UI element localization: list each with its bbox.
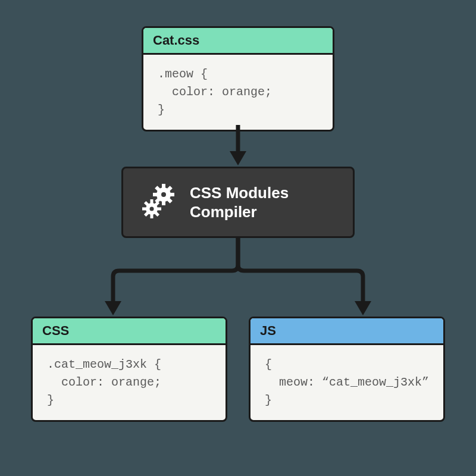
compiler-label: CSS Modules Compiler [190,183,289,222]
arrow-down-icon [226,125,250,167]
output-js-code: { meow: “cat_meow_j3xk” } [250,345,443,420]
output-css-box: CSS .cat_meow_j3xk { color: orange; } [31,317,227,422]
svg-point-21 [150,207,154,211]
svg-rect-15 [142,208,146,211]
svg-rect-6 [170,193,174,196]
source-file-box: Cat.css .meow { color: orange; } [142,26,334,131]
svg-marker-23 [355,301,371,315]
output-css-title: CSS [33,318,226,345]
source-file-code: .meow { color: orange; } [143,55,333,130]
output-css-code: .cat_meow_j3xk { color: orange; } [33,345,226,420]
svg-rect-4 [162,201,165,205]
svg-rect-13 [151,199,154,203]
svg-marker-22 [105,301,121,315]
source-file-title: Cat.css [143,28,333,55]
svg-rect-16 [157,208,161,211]
gears-icon [141,184,178,221]
branch-arrows-icon [77,238,399,321]
svg-rect-5 [153,193,158,196]
svg-rect-14 [151,214,154,218]
svg-marker-1 [230,151,246,165]
output-js-title: JS [250,318,443,345]
svg-point-11 [161,192,166,197]
output-js-box: JS { meow: “cat_meow_j3xk” } [249,317,445,422]
compiler-box: CSS Modules Compiler [121,167,355,238]
svg-rect-3 [162,184,165,189]
